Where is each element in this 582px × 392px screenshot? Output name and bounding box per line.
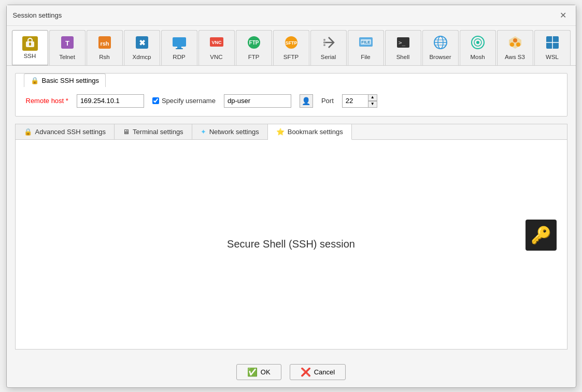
sub-tabs-bar: 🔒 Advanced SSH settings 🖥 Terminal setti… [16,124,567,140]
specify-username-label[interactable]: Specify username [152,97,216,105]
basic-panel-content: Remote host * Specify username 👤 Port [16,86,567,116]
tab-mosh[interactable]: Mosh [460,30,496,65]
tab-shell[interactable]: >_ Shell [385,30,421,65]
tab-telnet[interactable]: T Telnet [49,30,86,65]
port-increment-button[interactable]: ▲ [368,94,377,101]
sub-tab-content: Secure Shell (SSH) session 🔑 [16,140,567,349]
basic-ssh-tab[interactable]: 🔒 Basic SSH settings [24,74,106,87]
tab-mosh-label: Mosh [470,54,485,60]
tab-bookmark-label: Bookmark settings [288,128,343,136]
port-spinner: ▲ ▼ [342,94,377,108]
cancel-button[interactable]: ❌ Cancel [290,364,346,380]
cancel-icon: ❌ [301,367,311,377]
svg-rect-2 [29,42,31,46]
svg-point-37 [516,42,520,47]
cancel-label: Cancel [314,368,335,376]
svg-point-18 [323,39,325,41]
tab-bookmark[interactable]: ⭐ Bookmark settings [268,124,352,140]
tab-rdp-label: RDP [173,54,185,60]
ok-button[interactable]: ✅ OK [236,364,281,380]
tab-sftp[interactable]: SFTP SFTP [273,30,309,65]
title-bar: Session settings ✕ [7,5,576,26]
svg-text:VNC: VNC [211,40,222,45]
svg-point-19 [323,41,325,43]
svg-text:SFTP: SFTP [285,40,297,46]
svg-text:FILE: FILE [361,40,371,45]
svg-point-33 [476,41,479,44]
username-input[interactable] [224,94,291,108]
svg-rect-10 [177,47,181,48]
tab-file-label: File [361,54,371,60]
tab-awss3-label: Aws S3 [505,54,525,60]
basic-ssh-panel: 🔒 Basic SSH settings Remote host * Speci… [15,73,567,117]
tab-ssh[interactable]: SSH [12,30,48,65]
remote-host-label: Remote host * [26,97,68,105]
tab-vnc[interactable]: VNC VNC [198,30,235,65]
svg-rect-9 [173,37,186,47]
svg-text:FTP: FTP [249,40,259,46]
tab-terminal[interactable]: 🖥 Terminal settings [115,124,192,139]
tab-ftp-label: FTP [248,54,260,60]
tab-serial[interactable]: Serial [310,30,347,65]
tab-vnc-label: VNC [210,54,222,60]
port-spinner-buttons: ▲ ▼ [368,94,377,108]
session-settings-dialog: Session settings ✕ SSH T Telnet rsh Rsh [6,5,576,388]
tab-wsl-label: WSL [546,54,559,60]
svg-text:rsh: rsh [100,40,109,47]
user-select-button[interactable]: 👤 [300,94,313,108]
tab-serial-label: Serial [321,54,336,60]
remote-host-input[interactable] [77,94,144,108]
svg-text:>_: >_ [399,39,406,46]
network-icon: ✦ [201,128,206,136]
specify-username-checkbox[interactable] [152,97,159,104]
tab-terminal-label: Terminal settings [133,128,183,136]
tab-wsl[interactable]: WSL [534,30,571,65]
basic-ssh-tab-icon: 🔒 [31,77,39,84]
session-description: Secure Shell (SSH) session [227,238,355,250]
ssh-icon [22,36,38,51]
tab-network-label: Network settings [209,128,259,136]
tab-rdp[interactable]: RDP [161,30,197,65]
tab-telnet-label: Telnet [59,54,75,60]
footer: ✅ OK ❌ Cancel [7,357,576,387]
tab-sftp-label: SFTP [283,54,299,60]
close-button[interactable]: ✕ [557,9,570,21]
terminal-icon: 🖥 [123,128,130,136]
svg-text:T: T [65,39,69,47]
tab-advanced-ssh[interactable]: 🔒 Advanced SSH settings [16,124,115,139]
port-decrement-button[interactable]: ▼ [368,101,377,108]
svg-text:✖: ✖ [138,38,145,47]
ok-icon: ✅ [247,367,258,377]
tab-xdmcp[interactable]: ✖ Xdmcp [124,30,160,65]
port-label: Port [321,97,334,105]
svg-rect-11 [176,48,183,49]
tab-browser-label: Browser [429,54,451,60]
advanced-ssh-icon: 🔒 [24,128,32,136]
tab-ssh-label: SSH [24,53,36,59]
tab-advanced-ssh-label: Advanced SSH settings [35,128,106,136]
tab-awss3[interactable]: Aws S3 [497,30,533,65]
tab-rsh-label: Rsh [99,54,109,60]
tab-network[interactable]: ✦ Network settings [192,124,268,139]
dialog-title: Session settings [13,11,62,19]
tab-browser[interactable]: Browser [422,30,459,65]
tab-shell-label: Shell [396,54,410,60]
svg-point-35 [513,38,517,42]
user-icon: 👤 [302,97,310,105]
key-icon-box: 🔑 [526,220,557,251]
svg-point-36 [510,42,514,47]
ok-label: OK [261,368,271,376]
tab-xdmcp-label: Xdmcp [133,54,151,60]
protocol-tabs: SSH T Telnet rsh Rsh ✖ Xdmcp RDP [7,26,576,66]
bookmark-icon: ⭐ [276,128,285,136]
sub-tabs-container: 🔒 Advanced SSH settings 🖥 Terminal setti… [15,124,567,350]
basic-ssh-tab-label: Basic SSH settings [42,77,100,84]
tab-ftp[interactable]: FTP FTP [236,30,272,65]
svg-point-20 [323,44,325,46]
tab-rsh[interactable]: rsh Rsh [87,30,123,65]
main-content: 🔒 Basic SSH settings Remote host * Speci… [7,66,576,357]
key-icon: 🔑 [531,225,551,245]
tab-file[interactable]: FILE File [348,30,384,65]
port-input[interactable] [342,94,368,108]
